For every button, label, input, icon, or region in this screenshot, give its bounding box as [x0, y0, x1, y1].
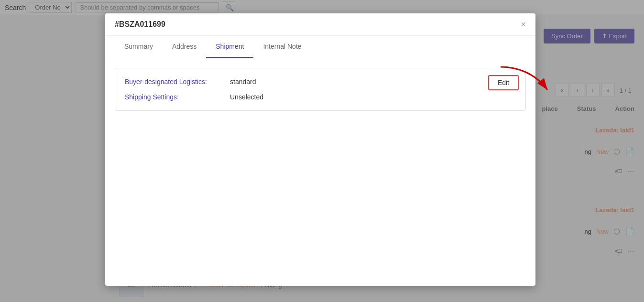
tab-summary[interactable]: Summary	[115, 36, 163, 58]
logistics-value: standard	[230, 78, 256, 86]
modal-close-button[interactable]: ×	[521, 20, 526, 29]
shipping-settings-value: Unselected	[230, 93, 263, 101]
modal-dialog: #BSZA011699 × Summary Address Shipment I…	[105, 13, 535, 286]
shipping-settings-label: Shipping Settings:	[125, 93, 230, 101]
tab-shipment[interactable]: Shipment	[206, 36, 253, 58]
modal-title: #BSZA011699	[115, 20, 165, 29]
shipment-info-box: Edit Buyer-designated Logistics: standar…	[115, 68, 526, 111]
shipment-row-logistics: Buyer-designated Logistics: standard	[125, 78, 516, 86]
shipment-row-settings: Shipping Settings: Unselected	[125, 93, 516, 101]
modal-header: #BSZA011699 ×	[105, 13, 535, 36]
tab-internal-note[interactable]: Internal Note	[253, 36, 311, 58]
edit-button[interactable]: Edit	[488, 75, 519, 90]
modal-tabs: Summary Address Shipment Internal Note	[105, 36, 535, 58]
modal-body: Edit Buyer-designated Logistics: standar…	[105, 58, 535, 286]
tab-address[interactable]: Address	[163, 36, 206, 58]
logistics-label: Buyer-designated Logistics:	[125, 78, 230, 86]
